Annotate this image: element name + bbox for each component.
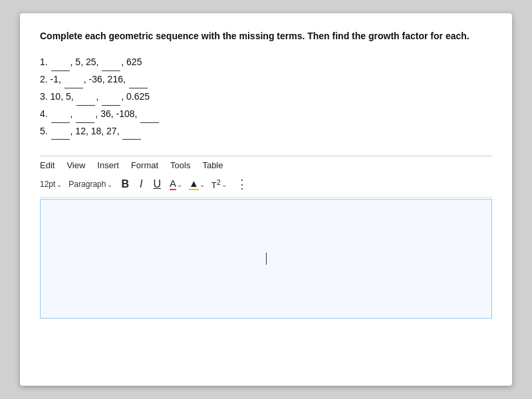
font-color-icon: A <box>170 178 176 190</box>
menu-bar: Edit View Insert Format Tools Table <box>40 156 492 173</box>
problem-5: 5. , 12, 18, 27, <box>40 123 492 140</box>
highlight-arrow: ⌄ <box>200 181 205 188</box>
highlight-icon: ▲ <box>189 178 199 190</box>
superscript-icon: T2 <box>211 178 221 190</box>
underline-button[interactable]: U <box>151 178 163 190</box>
menu-view[interactable]: View <box>66 160 85 170</box>
menu-tools[interactable]: Tools <box>170 160 190 170</box>
highlight-button[interactable]: ▲ ⌄ <box>189 178 205 190</box>
font-color-button[interactable]: A ⌄ <box>170 178 182 190</box>
menu-format[interactable]: Format <box>131 160 158 170</box>
paragraph-chevron: ⌄ <box>107 181 112 188</box>
bold-button[interactable]: B <box>119 178 131 190</box>
text-cursor <box>266 253 267 265</box>
italic-button[interactable]: I <box>138 178 144 190</box>
problem-4: 4. , , 36, -108, <box>40 106 492 123</box>
blank-5-2 <box>122 139 141 140</box>
menu-insert[interactable]: Insert <box>97 160 119 170</box>
question-text: Complete each geometric sequence with th… <box>40 29 492 43</box>
problem-1: 1. , 5, 25, , 625 <box>40 54 492 71</box>
text-editor[interactable] <box>40 199 492 319</box>
font-size-selector[interactable]: 12pt ⌄ <box>40 180 62 189</box>
paragraph-label: Paragraph <box>68 180 106 189</box>
problem-2: 2. -1, , -36, 216, <box>40 71 492 88</box>
font-size-chevron: ⌄ <box>57 181 62 188</box>
blank-4-3 <box>140 122 159 123</box>
problem-3: 3. 10, 5, , , 0.625 <box>40 88 492 106</box>
page: Complete each geometric sequence with th… <box>20 13 512 386</box>
problems-list: 1. , 5, 25, , 625 2. -1, , -36, 216, 3. … <box>40 54 492 140</box>
superscript-2: 2 <box>217 178 221 186</box>
menu-edit[interactable]: Edit <box>40 160 55 170</box>
superscript-arrow: ⌄ <box>221 181 227 188</box>
font-size-value: 12pt <box>40 180 55 189</box>
superscript-button[interactable]: T2 ⌄ <box>211 178 227 190</box>
menu-table[interactable]: Table <box>202 160 223 170</box>
font-color-arrow: ⌄ <box>177 181 182 188</box>
blank-5-1 <box>51 139 70 140</box>
format-toolbar: 12pt ⌄ Paragraph ⌄ B I U A ⌄ ▲ ⌄ T2 ⌄ ⋮ <box>40 173 492 198</box>
paragraph-style-selector[interactable]: Paragraph ⌄ <box>68 180 112 189</box>
more-options-button[interactable]: ⋮ <box>236 177 248 192</box>
